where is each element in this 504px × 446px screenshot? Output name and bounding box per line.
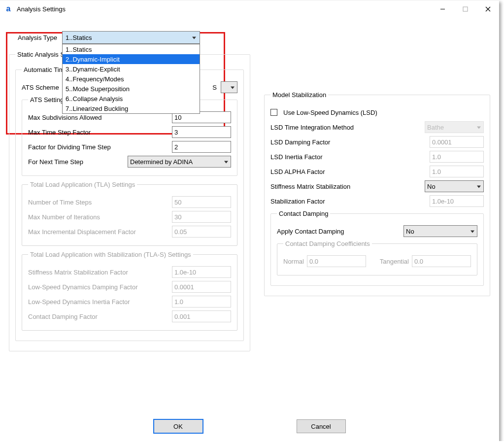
window-title: Analysis Settings	[17, 5, 66, 13]
lsd-damp-label: LSD Damping Factor	[270, 138, 330, 146]
tla-numsteps-label: Number of Time Steps	[28, 199, 92, 206]
max-tsf-input[interactable]	[172, 126, 231, 138]
analysis-type-label: Analysis Type	[18, 34, 57, 41]
cancel-button[interactable]: Cancel	[297, 419, 346, 433]
tlas-lsd-inertia-label: Low-Speed Dynamics Inertia Factor	[28, 298, 130, 306]
analysis-type-selected: 1..Statics	[66, 34, 92, 41]
analysis-type-option[interactable]: 5..Mode Superposition	[63, 84, 200, 94]
max-tsf-label: Max Time Step Factor	[28, 129, 91, 136]
analysis-type-option[interactable]: 3..Dynamic-Explicit	[63, 64, 200, 74]
ats-scheme-label: ATS Scheme	[22, 84, 59, 91]
cd-normal-input	[307, 255, 366, 267]
lsd-inertia-label: LSD Inertia Factor	[270, 153, 323, 161]
use-lsd-label: Use Low-Speed Dynamics (LSD)	[283, 109, 377, 116]
next-step-label: For Next Time Step	[28, 158, 83, 166]
factor-divide-label: Factor for Dividing Time Step	[28, 143, 111, 151]
minimize-button[interactable]	[431, 0, 454, 17]
lsd-alpha-label: LSD ALPHA Factor	[270, 168, 325, 175]
lsd-method-label: LSD Time Integration Method	[270, 124, 354, 131]
cd-coefficients-group: Contact Damping Coefficients Normal Tang…	[277, 240, 477, 275]
analysis-type-option[interactable]: 2..Dynamic-Implicit	[63, 54, 200, 64]
stiff-stab-select[interactable]: No	[425, 180, 484, 192]
tla-legend: Total Load Application (TLA) Settings	[28, 181, 137, 188]
tlas-settings-group: Total Load Application with Stabilizatio…	[22, 251, 237, 331]
analysis-type-dropdown: 1..Statics 2..Dynamic-Implicit 3..Dynami…	[62, 44, 200, 114]
cd-normal-label: Normal	[283, 258, 304, 265]
lsd-method-select: Bathe	[425, 121, 484, 133]
analysis-settings-dialog: a Analysis Settings Analysis Type 1..Sta…	[0, 0, 499, 441]
lsd-alpha-input	[430, 166, 484, 177]
maximize-button	[454, 0, 476, 17]
tlas-cdf-label: Contact Damping Factor	[28, 313, 98, 320]
cd-coeff-legend: Contact Damping Coefficients	[283, 240, 372, 247]
analysis-type-option[interactable]: 7..Linearized Buckling	[63, 103, 200, 113]
model-stabilization-group: Model Stabilization Use Low-Speed Dynami…	[264, 91, 490, 296]
stab-factor-label: Stabilization Factor	[270, 198, 325, 205]
apply-cd-select[interactable]: No	[403, 225, 477, 237]
model-stabilization-legend: Model Stabilization	[270, 91, 328, 99]
app-icon: a	[4, 4, 13, 13]
stiff-stab-label: Stiffness Matrix Stabilization	[270, 183, 350, 190]
ats-scheme-select[interactable]	[221, 81, 237, 93]
lsd-damp-input	[430, 136, 484, 148]
use-lsd-checkbox[interactable]	[270, 109, 277, 116]
max-subdivisions-label: Max Subdivisions Allowed	[28, 114, 102, 121]
analysis-type-option[interactable]: 6..Collapse Analysis	[63, 94, 200, 103]
tla-maxiter-input	[172, 211, 231, 223]
contact-damping-legend: Contact Damping	[277, 210, 330, 217]
tla-maxdisp-input	[172, 226, 231, 238]
svg-rect-1	[463, 7, 468, 11]
tla-numsteps-input	[172, 196, 231, 208]
close-button[interactable]	[476, 0, 499, 17]
lsd-inertia-input	[430, 151, 484, 163]
tlas-lsd-inertia-input	[172, 296, 231, 308]
tlas-cdf-input	[172, 310, 231, 322]
next-step-select[interactable]: Determined by ADINA	[128, 156, 231, 168]
tlas-stiff-label: Stiffness Matrix Stabilization Factor	[28, 269, 128, 276]
analysis-type-option[interactable]: 4..Frequency/Modes	[63, 74, 200, 84]
analysis-type-combobox[interactable]: 1..Statics 1..Statics 2..Dynamic-Implici…	[62, 31, 200, 44]
cd-tangential-label: Tangential	[380, 258, 409, 265]
contact-damping-group: Contact Damping Apply Contact Damping No…	[270, 210, 484, 286]
tla-maxiter-label: Max Number of Iterations	[28, 213, 100, 221]
tla-settings-group: Total Load Application (TLA) Settings Nu…	[22, 181, 237, 246]
factor-divide-input[interactable]	[172, 141, 231, 153]
tlas-legend: Total Load Application with Stabilizatio…	[28, 251, 193, 258]
tlas-lsd-damp-label: Low-Speed Dynamics Damping Factor	[28, 283, 138, 291]
stab-factor-input	[430, 195, 484, 207]
ats-scheme-partial-text: S	[212, 84, 217, 91]
analysis-type-option[interactable]: 1..Statics	[63, 44, 200, 54]
tlas-stiff-input	[172, 266, 231, 278]
tlas-lsd-damp-input	[172, 281, 231, 293]
cd-tangential-input	[412, 255, 471, 267]
titlebar: a Analysis Settings	[0, 0, 499, 17]
ok-button[interactable]: OK	[154, 419, 203, 433]
tla-maxdisp-label: Max Incremental Displacement Factor	[28, 228, 136, 236]
apply-cd-label: Apply Contact Damping	[277, 228, 344, 235]
